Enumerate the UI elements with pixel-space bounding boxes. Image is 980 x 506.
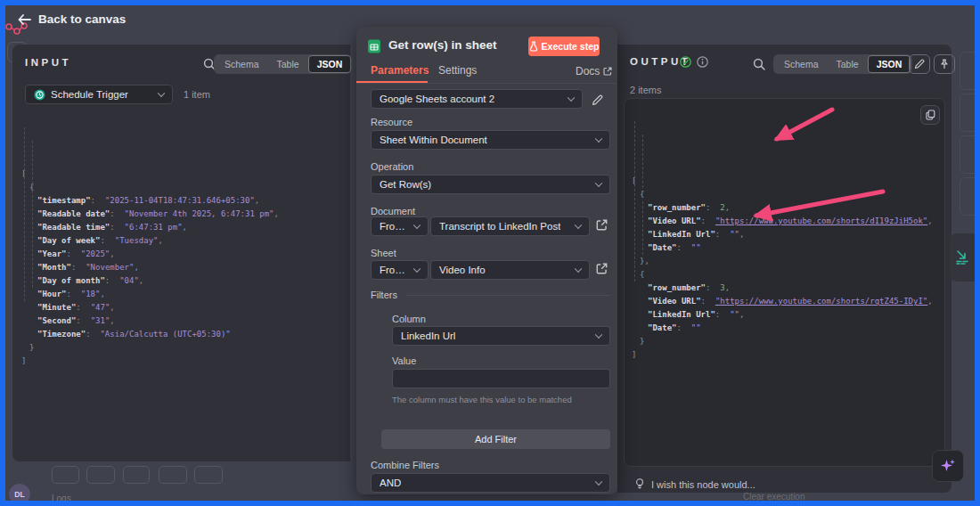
pencil-icon	[914, 59, 925, 69]
filter-column-value: LinkedIn Url	[401, 331, 455, 341]
chevron-down-icon	[595, 478, 602, 486]
node-settings-card: Get row(s) in sheet Execute step Paramet…	[356, 27, 617, 494]
open-sheet-icon[interactable]	[596, 263, 608, 274]
sheet-select[interactable]: Video Info	[430, 260, 590, 280]
filter-value-label: Value	[392, 355, 416, 366]
sheet-value: Video Info	[439, 265, 486, 275]
sheet-mode-value: From list	[380, 265, 408, 275]
background-toolbar-button	[159, 466, 187, 484]
document-value: Transcript to LinkedIn Post	[439, 221, 560, 232]
input-items-count: 1 item	[184, 89, 210, 100]
tab-parameters[interactable]: Parameters	[371, 64, 429, 77]
info-icon[interactable]	[697, 56, 708, 68]
document-mode-value: From list	[380, 221, 408, 232]
execute-step-button[interactable]: Execute step	[528, 37, 600, 56]
open-document-icon[interactable]	[596, 219, 608, 231]
sheet-mode-select[interactable]: From list	[371, 260, 429, 280]
credential-select[interactable]: Google Sheets account 2	[371, 89, 583, 109]
resource-value: Sheet Within Document	[380, 135, 487, 145]
input-title: INPUT	[25, 57, 71, 68]
chevron-down-icon	[413, 265, 421, 273]
operation-value: Get Row(s)	[380, 179, 431, 190]
chevron-down-icon	[595, 331, 602, 339]
schedule-trigger-icon	[34, 89, 45, 101]
chevron-down-icon	[575, 265, 582, 273]
n8n-node-detail-view: DL Logs Clear execution Back to canvas I…	[5, 5, 975, 501]
input-view-tabs: Schema Table JSON	[214, 54, 353, 74]
document-mode-select[interactable]: From list	[371, 216, 429, 236]
input-panel: INPUT Schema Table JSON Schedule Trigger…	[12, 45, 350, 461]
output-json-lines: [{"row_number": 2,"Video URL": "https://…	[632, 175, 939, 362]
background-toolbar-button	[123, 466, 150, 484]
indent-guide	[32, 141, 33, 288]
background-panel-slot	[960, 52, 975, 90]
tab-json[interactable]: JSON	[308, 55, 352, 73]
filter-column-select[interactable]: LinkedIn Url	[392, 326, 610, 346]
back-to-canvas-label: Back to canvas	[38, 12, 126, 26]
output-panel: OUTPUT Schema Table JSON 2 items [{"row_…	[617, 45, 951, 493]
filter-value-help: The column must have this value to be ma…	[392, 395, 572, 404]
success-check-icon	[680, 56, 691, 68]
indent-guide	[642, 201, 643, 255]
external-link-icon	[603, 67, 612, 76]
edit-output-button[interactable]	[909, 54, 930, 74]
sheet-label: Sheet	[371, 248, 396, 258]
input-json: [{"timestamp": "2025-11-04T18:47:31.646+…	[21, 114, 342, 395]
document-select[interactable]: Transcript to LinkedIn Post	[430, 216, 590, 236]
tab-schema[interactable]: Schema	[216, 55, 268, 73]
divider	[405, 295, 610, 296]
output-json-box: [{"row_number": 2,"Video URL": "https://…	[624, 98, 945, 467]
background-toolbar-button	[52, 466, 79, 484]
tab-table[interactable]: Table	[268, 55, 308, 73]
docs-link[interactable]: Docs	[576, 65, 612, 78]
ai-assistant-button[interactable]	[932, 450, 964, 482]
pin-icon	[939, 59, 950, 69]
filter-column-label: Column	[392, 314, 426, 324]
operation-select[interactable]: Get Row(s)	[371, 175, 610, 194]
flask-icon	[529, 41, 538, 52]
divider	[356, 83, 617, 84]
chevron-down-icon	[595, 135, 602, 143]
docs-label: Docs	[576, 65, 600, 78]
output-json: [{"row_number": 2,"Video URL": "https://…	[632, 108, 939, 388]
resource-select[interactable]: Sheet Within Document	[371, 130, 610, 150]
background-panel-slot	[960, 135, 975, 174]
combine-filters-select[interactable]: AND	[371, 473, 610, 493]
background-panel-slot	[960, 94, 975, 132]
search-icon[interactable]	[753, 58, 765, 70]
edit-credential-button[interactable]	[588, 91, 606, 109]
input-source-select[interactable]: Schedule Trigger	[25, 85, 173, 104]
combine-filters-value: AND	[380, 477, 401, 488]
tab-table[interactable]: Table	[828, 55, 868, 73]
credential-value: Google Sheets account 2	[380, 94, 494, 104]
execute-step-label: Execute step	[542, 41, 600, 52]
tab-settings[interactable]: Settings	[438, 64, 477, 77]
avatar[interactable]: DL	[9, 484, 30, 501]
clear-execution-label: Clear execution	[743, 492, 804, 501]
background-toolbar-button	[86, 466, 115, 484]
node-feedback-link[interactable]: I wish this node would...	[635, 478, 755, 490]
indent-guide	[634, 121, 635, 282]
output-view-tabs: Schema Table JSON	[773, 54, 912, 74]
add-filter-button[interactable]: Add Filter	[381, 429, 610, 449]
node-title: Get row(s) in sheet	[388, 38, 497, 52]
pencil-icon	[592, 94, 603, 106]
operation-label: Operation	[371, 161, 413, 172]
background-toolbar-button	[194, 466, 223, 484]
logs-label: Logs	[52, 494, 71, 501]
chevron-down-icon	[158, 90, 165, 97]
output-items-count: 2 items	[630, 85, 661, 95]
input-json-lines: [{"timestamp": "2025-11-04T18:47:31.646+…	[21, 167, 342, 368]
pin-data-button[interactable]	[934, 54, 955, 74]
back-arrow-icon	[18, 14, 31, 25]
filter-value-input[interactable]	[392, 369, 610, 388]
tab-schema[interactable]: Schema	[775, 55, 828, 73]
resource-label: Resource	[371, 117, 412, 127]
tab-json[interactable]: JSON	[868, 55, 911, 73]
screenshot-frame: DL Logs Clear execution Back to canvas I…	[0, 0, 980, 506]
node-feedback-label: I wish this node would...	[651, 479, 755, 490]
focus-panel-toggle[interactable]	[950, 233, 975, 282]
back-to-canvas-button[interactable]: Back to canvas	[18, 12, 126, 26]
filters-label: Filters	[371, 290, 397, 300]
chevron-down-icon	[568, 94, 575, 102]
